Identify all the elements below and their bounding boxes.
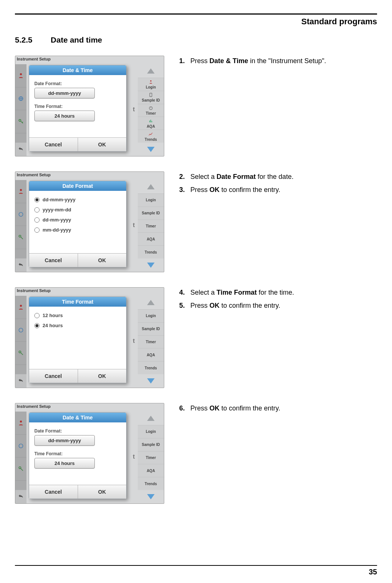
scroll-up-icon[interactable] (138, 412, 164, 425)
trends-button[interactable]: Trends (138, 130, 164, 143)
undo-icon[interactable] (15, 143, 27, 156)
radio-icon (34, 217, 40, 223)
date-format-selector[interactable]: dd-mmm-yyyy (34, 88, 95, 99)
radio-option[interactable]: 24 hours (34, 320, 121, 331)
time-format-selector[interactable]: 24 hours (34, 458, 95, 469)
person-icon[interactable] (15, 296, 27, 319)
time-format-label: Time Format: (34, 104, 121, 109)
key-icon[interactable] (15, 458, 27, 481)
step-text: 2.Select a Date Format for the date. 3.P… (179, 171, 377, 272)
step-text: 4.Select a Time Format for the time. 5.P… (179, 287, 377, 388)
key-icon[interactable] (15, 342, 27, 365)
scroll-up-icon[interactable] (138, 64, 164, 78)
screenshot-date-time: Instrument Setup t Login Sample ID Timer… (15, 56, 164, 156)
window-title: Instrument Setup (15, 288, 164, 294)
svg-point-10 (19, 212, 23, 216)
login-button[interactable]: Login (138, 78, 164, 91)
scroll-up-icon[interactable] (138, 180, 164, 193)
dialog-time-format: Time Format 12 hours 24 hours Cancel OK (29, 297, 127, 383)
radio-option[interactable]: mm-dd-yyyy (34, 225, 121, 235)
dialog-date-time: Date & Time Date Format: dd-mmm-yyyy Tim… (29, 412, 127, 499)
sample-id-button[interactable]: Sample ID (138, 322, 164, 335)
timer-button[interactable]: Timer (138, 220, 164, 233)
aqa-button[interactable]: AQA (138, 348, 164, 361)
scroll-down-icon[interactable] (138, 490, 164, 503)
aqa-button[interactable]: AQA (138, 464, 164, 477)
globe-icon[interactable] (15, 319, 27, 342)
step-row: Instrument Setup t Login Sample ID Timer… (15, 287, 377, 388)
cancel-button[interactable]: Cancel (29, 254, 78, 267)
trends-button[interactable]: Trends (138, 361, 164, 374)
radio-option[interactable]: dd-mm-yyyy (34, 215, 121, 225)
svg-point-14 (19, 351, 21, 353)
svg-point-11 (19, 235, 21, 237)
window-title: Instrument Setup (15, 172, 164, 178)
svg-point-2 (19, 120, 21, 121)
undo-icon[interactable] (15, 374, 27, 388)
dialog-title: Date & Time (29, 413, 126, 422)
dialog-title: Date Format (29, 181, 126, 191)
radio-option[interactable]: dd-mmm-yyyy (34, 195, 121, 205)
cancel-button[interactable]: Cancel (29, 138, 78, 151)
person-icon[interactable] (15, 64, 27, 87)
globe-icon[interactable] (15, 87, 27, 111)
section-heading: 5.2.5 Date and time (15, 35, 377, 44)
undo-icon[interactable] (15, 490, 27, 503)
key-icon[interactable] (15, 110, 27, 133)
window-title: Instrument Setup (15, 56, 164, 62)
scroll-down-icon[interactable] (138, 258, 164, 272)
aqa-button[interactable]: AQA (138, 117, 164, 130)
timer-button[interactable]: Timer (138, 104, 164, 117)
svg-point-0 (20, 73, 22, 75)
svg-rect-4 (150, 93, 152, 97)
trends-button[interactable]: Trends (138, 245, 164, 258)
svg-rect-8 (152, 121, 152, 123)
page: Standard programs 5.2.5 Date and time In… (0, 0, 392, 583)
globe-icon[interactable] (15, 435, 27, 458)
person-icon[interactable] (15, 412, 27, 435)
radio-icon (34, 227, 40, 233)
globe-icon[interactable] (15, 203, 27, 226)
login-button[interactable]: Login (138, 425, 164, 438)
svg-rect-6 (149, 121, 150, 123)
svg-point-3 (150, 80, 152, 82)
right-toolbar: Login Sample ID Timer AQA Trends (138, 180, 164, 272)
svg-point-12 (20, 305, 22, 307)
sample-id-button[interactable]: Sample ID (138, 438, 164, 451)
radio-icon (34, 197, 40, 202)
step-row: Instrument Setup t Login Sample ID Timer… (15, 56, 377, 156)
aqa-button[interactable]: AQA (138, 232, 164, 245)
screenshot-time-format: Instrument Setup t Login Sample ID Timer… (15, 287, 164, 388)
person-icon[interactable] (15, 180, 27, 203)
ok-button[interactable]: OK (78, 254, 127, 267)
section-number: 5.2.5 (15, 35, 49, 44)
time-format-selector[interactable]: 24 hours (34, 111, 95, 121)
scroll-down-icon[interactable] (138, 374, 164, 388)
radio-option[interactable]: 12 hours (34, 310, 121, 320)
sample-id-button[interactable]: Sample ID (138, 207, 164, 220)
timer-button[interactable]: Timer (138, 335, 164, 348)
timer-button[interactable]: Timer (138, 451, 164, 464)
scroll-up-icon[interactable] (138, 296, 164, 309)
undo-icon[interactable] (15, 258, 27, 272)
date-format-selector[interactable]: dd-mmm-yyyy (34, 435, 95, 446)
ok-button[interactable]: OK (78, 485, 127, 499)
date-format-label: Date Format: (34, 81, 121, 86)
radio-option[interactable]: yyyy-mm-dd (34, 205, 121, 215)
page-number: 35 (369, 568, 377, 576)
ok-button[interactable]: OK (78, 369, 127, 383)
scroll-down-icon[interactable] (138, 143, 164, 156)
cancel-button[interactable]: Cancel (29, 369, 78, 383)
dialog-title: Time Format (29, 297, 126, 307)
svg-point-9 (20, 189, 22, 191)
running-head: Standard programs (15, 15, 377, 28)
trends-button[interactable]: Trends (138, 477, 164, 490)
key-icon[interactable] (15, 226, 27, 249)
dialog-date-format: Date Format dd-mmm-yyyy yyyy-mm-dd dd-mm… (29, 181, 127, 267)
login-button[interactable]: Login (138, 193, 164, 207)
cancel-button[interactable]: Cancel (29, 485, 78, 499)
login-button[interactable]: Login (138, 309, 164, 322)
ok-button[interactable]: OK (78, 138, 127, 151)
sample-id-button[interactable]: Sample ID (138, 91, 164, 104)
radio-icon (34, 323, 40, 328)
